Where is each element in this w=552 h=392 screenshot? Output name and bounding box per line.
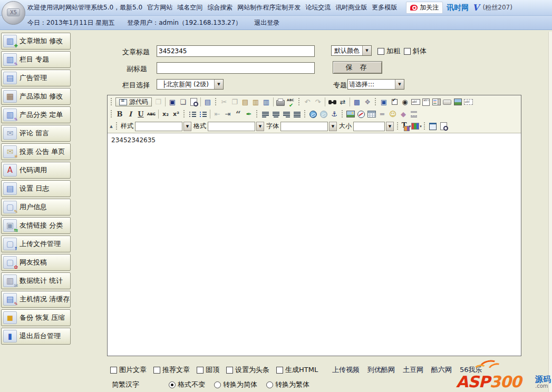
checkbox-box[interactable] xyxy=(226,367,233,374)
image-button-icon[interactable] xyxy=(452,97,463,107)
sidebar-item[interactable]: ▥✎栏目 专题 xyxy=(1,51,71,68)
find-icon[interactable] xyxy=(327,97,337,107)
sidebar-item[interactable]: ✉评论 留言 xyxy=(1,125,71,142)
sidebar-item[interactable]: ▢↑上传文件管理 xyxy=(1,236,71,252)
print-icon[interactable] xyxy=(275,97,286,107)
category-select[interactable]: ├北京新闻 (2级) ▼ xyxy=(157,79,224,90)
ordered-list-icon[interactable] xyxy=(187,109,198,119)
size-combo[interactable]: 大小▼ xyxy=(339,122,394,131)
image-icon[interactable] xyxy=(345,109,356,119)
footer-checkbox[interactable]: 固顶 xyxy=(197,365,219,375)
bold-icon[interactable]: B xyxy=(114,109,125,119)
strike-icon[interactable]: ABC xyxy=(146,109,157,119)
sidebar-item[interactable]: ▢✎用户信息 xyxy=(1,199,71,215)
video-link[interactable]: 酷六网 xyxy=(431,365,452,375)
subscript-icon[interactable]: x₂ xyxy=(160,109,171,119)
font-combo[interactable]: 字体▼ xyxy=(266,122,337,131)
anchor-icon[interactable]: ⚓ xyxy=(329,109,340,119)
video-link[interactable]: 土豆网 xyxy=(403,365,423,375)
asp300-logo[interactable]: ASP300 源码 .com xyxy=(456,360,551,391)
show-blocks-icon[interactable] xyxy=(438,121,449,131)
sidebar-item[interactable]: ▥✎产品分类 定单 xyxy=(1,106,71,123)
underline-icon[interactable]: U xyxy=(135,109,146,119)
link-icon[interactable] xyxy=(308,109,318,119)
editor-content[interactable]: 23452342635 xyxy=(108,133,521,356)
checkbox-box[interactable] xyxy=(153,367,160,374)
sidebar-item[interactable]: ▤✎主机情况 清缓存 xyxy=(1,291,71,308)
charset-radio[interactable]: 转换为繁体 xyxy=(266,380,309,389)
smiley-icon[interactable]: ☺ xyxy=(388,109,398,119)
superscript-icon[interactable]: x² xyxy=(171,109,181,119)
checkbox-box[interactable] xyxy=(197,367,204,374)
page-break-icon[interactable] xyxy=(409,109,419,119)
select-all-icon[interactable]: ▩ xyxy=(352,97,362,107)
select-field-icon[interactable] xyxy=(431,97,442,107)
radio-button[interactable] xyxy=(266,381,273,388)
sidebar-item[interactable]: ▢✿网友投稿 xyxy=(1,254,71,271)
special-char-icon[interactable]: ◆ xyxy=(398,109,409,119)
save-icon[interactable]: ▣ xyxy=(167,97,178,107)
text-color-icon[interactable]: ▾ xyxy=(401,121,411,131)
footer-checkbox[interactable]: 生成HTML xyxy=(276,365,318,375)
topic-select[interactable]: 请选择::: ▼ xyxy=(347,79,404,90)
preview-icon[interactable] xyxy=(188,97,199,107)
checkbox-field-icon[interactable] xyxy=(389,97,400,107)
sidebar-item[interactable]: ▥✉数据统计 统计 xyxy=(1,272,71,289)
charset-radio[interactable]: 转换为简体 xyxy=(214,380,257,389)
indent-icon[interactable]: ⇥ xyxy=(222,109,233,119)
style-combo[interactable]: 样式▼ xyxy=(121,122,191,131)
header-link[interactable]: 综合搜索 xyxy=(207,3,233,12)
italic-checkbox[interactable]: 斜体 xyxy=(404,46,427,56)
sidebar-item[interactable]: ▥✚文章增加 修改 xyxy=(1,33,71,50)
sidebar-item[interactable]: A代码调用 xyxy=(1,162,71,179)
charset-radio[interactable]: 格式不变 xyxy=(169,380,205,389)
radio-button[interactable] xyxy=(214,381,221,388)
unordered-list-icon[interactable] xyxy=(198,109,208,119)
header-link[interactable]: 官方网站 xyxy=(147,3,172,12)
hidden-field-icon[interactable] xyxy=(463,97,473,107)
sidebar-item[interactable]: ▤广告管理 xyxy=(1,70,71,86)
bg-color-icon[interactable]: ▾ xyxy=(411,121,422,131)
radio-button[interactable] xyxy=(169,381,176,388)
source-button[interactable]: 源代码 xyxy=(115,97,152,106)
table-icon[interactable] xyxy=(366,109,377,119)
button-field-icon[interactable] xyxy=(442,97,452,107)
new-page-icon[interactable]: ❏ xyxy=(178,97,188,107)
sidebar-item[interactable]: ▦产品添加 修改 xyxy=(1,88,71,105)
checkbox-box[interactable] xyxy=(110,367,117,374)
paste-icon[interactable]: ▤ xyxy=(240,97,250,107)
toolbar-collapse-icon[interactable]: ▲ xyxy=(109,121,114,131)
logout-link[interactable]: 退出登录 xyxy=(254,18,279,27)
radio-field-icon[interactable]: ◉ xyxy=(400,97,410,107)
title-input[interactable] xyxy=(157,45,315,57)
auto-format-icon[interactable]: ✒ xyxy=(244,109,254,119)
header-link[interactable]: 域名空间 xyxy=(177,3,202,12)
align-right-icon[interactable] xyxy=(281,109,292,119)
checkbox-box[interactable] xyxy=(276,367,283,374)
hr-icon[interactable]: ═ xyxy=(377,109,388,119)
replace-icon[interactable]: ⇄ xyxy=(337,97,348,107)
header-link[interactable]: 更多模版 xyxy=(372,3,397,12)
weibo-follow-button[interactable]: 加关注 xyxy=(406,2,443,14)
form-icon[interactable]: ▣ xyxy=(379,97,389,107)
footer-checkbox[interactable]: 推荐文章 xyxy=(153,365,190,375)
sidebar-item[interactable]: ▣⇆友情链接 分类 xyxy=(1,217,71,234)
paste-text-icon[interactable]: ▥ xyxy=(250,97,261,107)
sidebar-item[interactable]: ▮退出后台管理 xyxy=(1,328,71,345)
color-select[interactable]: 默认颜色 ▼ xyxy=(331,45,372,56)
header-link[interactable]: 讯时商业版 xyxy=(335,3,367,12)
sidebar-item[interactable]: ✉✳投票 公告 单页 xyxy=(1,143,71,160)
video-link[interactable]: 到优酷网 xyxy=(367,365,395,375)
bold-checkbox[interactable]: 加粗 xyxy=(377,46,400,56)
italic-icon[interactable]: I xyxy=(125,109,135,119)
blockquote-icon[interactable]: “ xyxy=(233,109,244,119)
remove-format-icon[interactable]: ❖ xyxy=(362,97,373,107)
align-left-icon[interactable] xyxy=(260,109,270,119)
spellcheck-icon[interactable] xyxy=(286,97,296,107)
checkbox-box[interactable] xyxy=(377,48,384,55)
header-link[interactable]: 网站制作程序定制开发 xyxy=(237,3,301,12)
subtitle-input[interactable] xyxy=(157,62,315,74)
textarea-icon[interactable] xyxy=(421,97,431,107)
sidebar-item[interactable]: ◼备份 恢复 压缩 xyxy=(1,309,71,326)
sidebar-item[interactable]: ▤设置 日志 xyxy=(1,180,71,197)
